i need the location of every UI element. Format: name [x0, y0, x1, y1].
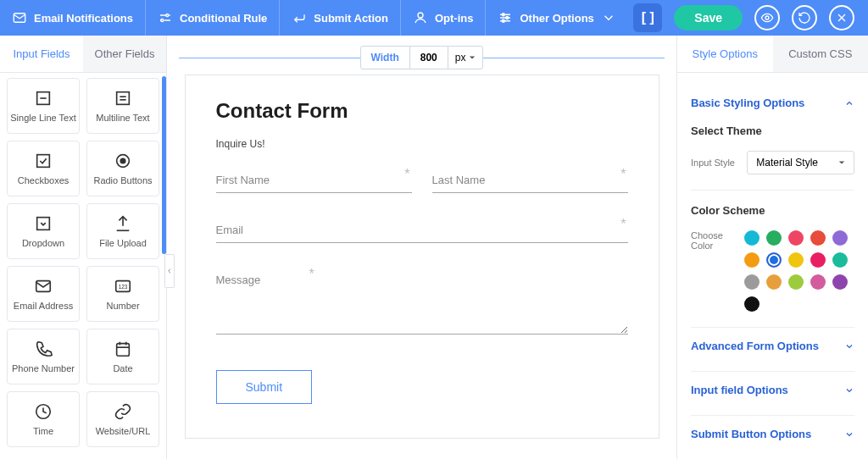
svg-rect-16 [37, 218, 50, 230]
color-swatch[interactable] [788, 252, 804, 268]
input-style-select[interactable]: Material Style [747, 151, 854, 174]
color-swatch[interactable] [810, 230, 826, 246]
top-submit-action[interactable]: Submit Action [280, 0, 401, 36]
color-swatch[interactable] [766, 252, 782, 268]
tab-input-fields[interactable]: Input Fields [0, 36, 83, 72]
color-swatch[interactable] [810, 252, 826, 268]
color-swatch[interactable] [832, 274, 848, 290]
color-swatch[interactable] [766, 230, 782, 246]
section-title: Submit Button Options [691, 428, 811, 440]
color-swatch[interactable] [744, 230, 760, 246]
field-type-single-line-text[interactable]: Single Line Text [7, 78, 80, 134]
input-style-value: Material Style [756, 157, 818, 169]
reload-button[interactable] [792, 5, 817, 30]
tab-custom-css[interactable]: Custom CSS [773, 36, 869, 72]
color-swatch[interactable] [788, 274, 804, 290]
field-type-number[interactable]: 123Number [86, 266, 159, 322]
field-type-multiline-text[interactable]: Multiline Text [86, 78, 159, 134]
field-grid: Single Line TextMultiline TextCheckboxes… [0, 73, 166, 459]
color-swatch[interactable] [810, 274, 826, 290]
tab-other-fields[interactable]: Other Fields [83, 36, 166, 72]
section-title: Input field Options [691, 384, 788, 396]
required-star: * [309, 267, 314, 282]
section-basic-styling[interactable]: Basic Styling Options [691, 88, 854, 118]
input-line[interactable] [216, 192, 412, 193]
color-swatch[interactable] [744, 252, 760, 268]
top-other-options[interactable]: Other Options [486, 0, 627, 36]
textarea-message[interactable] [216, 301, 628, 335]
width-unit[interactable]: px [448, 47, 483, 69]
form-title[interactable]: Contact Form [216, 99, 628, 123]
field-type-label: Checkboxes [18, 175, 70, 185]
width-value[interactable]: 800 [410, 47, 448, 69]
svg-point-4 [503, 14, 505, 16]
calendar-icon [114, 340, 132, 358]
svg-point-1 [166, 14, 169, 17]
preview-button[interactable] [754, 5, 780, 30]
color-swatch[interactable] [744, 296, 760, 312]
input-style-label: Input Style [691, 158, 735, 168]
field-type-email-address[interactable]: Email Address [7, 266, 80, 322]
svg-point-15 [120, 158, 125, 163]
field-type-label: Time [33, 426, 53, 436]
field-type-checkboxes[interactable]: Checkboxes [7, 141, 80, 196]
topbar-right: [ ] Save [633, 3, 868, 32]
field-type-label: Dropdown [22, 238, 64, 248]
collapse-left-toggle[interactable] [164, 254, 175, 288]
box-line-icon [34, 89, 53, 108]
color-swatch[interactable] [832, 252, 848, 268]
top-conditional-rule[interactable]: Conditional Rule [146, 0, 280, 36]
color-swatch[interactable] [744, 274, 760, 290]
required-star: * [404, 167, 409, 182]
width-control[interactable]: Width 800 px [360, 46, 484, 69]
optin-icon [413, 10, 428, 25]
field-type-label: Number [106, 301, 139, 311]
field-type-label: Email Address [14, 301, 73, 311]
field-last-name[interactable]: Last Name * [432, 172, 628, 193]
section-submit-button-options[interactable]: Submit Button Options [691, 415, 854, 452]
tab-style-options[interactable]: Style Options [677, 36, 773, 72]
field-type-label: Multiline Text [96, 113, 149, 123]
color-swatch[interactable] [832, 230, 848, 246]
clock-icon [34, 402, 53, 421]
field-message[interactable]: Message * [216, 272, 628, 338]
box-lines-icon [114, 89, 132, 108]
submit-button[interactable]: Submit [216, 370, 313, 404]
chevron-down-icon [844, 341, 854, 351]
width-label: Width [361, 47, 410, 69]
shortcode-button[interactable]: [ ] [633, 3, 662, 32]
field-type-label: Website/URL [96, 426, 151, 436]
section-input-field-options[interactable]: Input field Options [691, 371, 854, 408]
field-type-website-url[interactable]: Website/URL [86, 391, 159, 447]
field-type-date[interactable]: Date [86, 329, 159, 384]
close-button[interactable] [829, 5, 854, 30]
form-canvas[interactable]: Contact Form Inquire Us! First Name * La… [185, 75, 659, 439]
field-type-file-upload[interactable]: File Upload [86, 203, 159, 259]
save-button[interactable]: Save [674, 5, 743, 30]
form-subtitle[interactable]: Inquire Us! [216, 138, 628, 150]
top-label: Conditional Rule [180, 12, 267, 25]
top-email-notifications[interactable]: Email Notifications [0, 0, 146, 36]
color-swatch[interactable] [788, 230, 804, 246]
field-type-phone-number[interactable]: Phone Number [7, 329, 80, 384]
link-icon [114, 402, 132, 421]
color-swatch[interactable] [766, 274, 782, 290]
top-opt-ins[interactable]: Opt-ins [401, 0, 487, 36]
field-first-name[interactable]: First Name * [216, 172, 412, 193]
left-tabs: Input Fields Other Fields [0, 36, 166, 73]
chevron-down-icon [844, 385, 854, 395]
section-advanced-form-options[interactable]: Advanced Form Options [691, 327, 854, 364]
input-line[interactable] [216, 242, 628, 243]
input-line[interactable] [432, 192, 628, 193]
field-type-radio-buttons[interactable]: Radio Buttons [86, 141, 159, 196]
scrollbar[interactable] [162, 76, 166, 254]
field-email[interactable]: Email * [216, 222, 628, 243]
field-type-time[interactable]: Time [7, 391, 80, 447]
check-square-icon [34, 152, 53, 170]
mail-icon [12, 10, 27, 25]
upload-icon [114, 214, 132, 233]
left-panel: Input Fields Other Fields Single Line Te… [0, 36, 167, 459]
choose-color-label: Choose Color [691, 230, 744, 251]
choose-color-row: Choose Color [691, 230, 854, 312]
field-type-dropdown[interactable]: Dropdown [7, 203, 80, 259]
